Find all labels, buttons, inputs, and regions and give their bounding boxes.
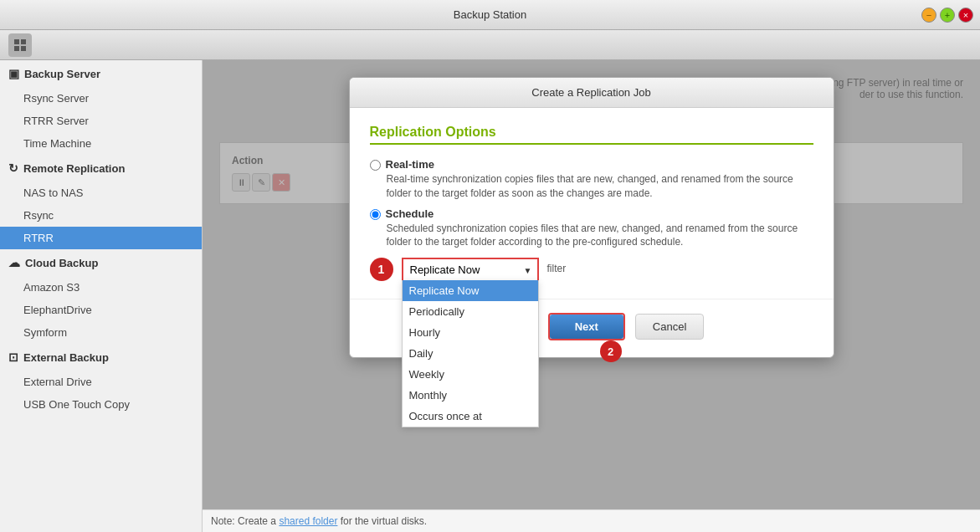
dropdown-item-hourly[interactable]: Hourly bbox=[403, 322, 538, 343]
sidebar-item-amazon-s3[interactable]: Amazon S3 bbox=[0, 276, 202, 299]
sidebar-item-usb-one-touch[interactable]: USB One Touch Copy bbox=[0, 393, 202, 416]
svg-rect-2 bbox=[14, 46, 19, 51]
filter-text: filter bbox=[547, 263, 567, 274]
backup-server-icon: ▣ bbox=[8, 67, 19, 80]
main-layout: ▣ Backup Server Rsync Server RTRR Server… bbox=[0, 60, 980, 532]
toolbar bbox=[0, 30, 980, 60]
step2-badge: 2 bbox=[600, 340, 622, 362]
sidebar-item-nas-to-nas[interactable]: NAS to NAS bbox=[0, 182, 202, 204]
schedule-label[interactable]: Schedule bbox=[370, 207, 813, 220]
real-time-desc: Real-time synchronization copies files t… bbox=[387, 172, 813, 201]
sidebar: ▣ Backup Server Rsync Server RTRR Server… bbox=[0, 60, 203, 532]
content-area: (including FTP server) in real time orde… bbox=[203, 60, 980, 532]
next-button-wrapper: Next bbox=[548, 313, 625, 340]
sidebar-item-time-machine[interactable]: Time Machine bbox=[0, 132, 202, 155]
real-time-option: Real-time Real-time synchronization copi… bbox=[370, 158, 813, 201]
note-suffix: for the virtual disks. bbox=[337, 515, 427, 527]
svg-rect-0 bbox=[14, 39, 19, 44]
dropdown-item-daily[interactable]: Daily bbox=[403, 343, 538, 364]
modal-dialog: Create a Replication Job Replication Opt… bbox=[349, 77, 834, 358]
sidebar-section-remote-replication-label: Remote Replication bbox=[23, 162, 125, 175]
sidebar-item-external-drive[interactable]: External Drive bbox=[0, 371, 202, 393]
modal-title: Create a Replication Job bbox=[531, 86, 650, 99]
svg-rect-1 bbox=[21, 39, 26, 44]
dropdown-item-weekly[interactable]: Weekly bbox=[403, 364, 538, 385]
cloud-backup-icon: ☁ bbox=[8, 256, 20, 269]
sidebar-section-remote-replication[interactable]: ↻ Remote Replication bbox=[0, 155, 202, 182]
modal-backdrop: Create a Replication Job Replication Opt… bbox=[203, 60, 980, 532]
sidebar-section-backup-server-label: Backup Server bbox=[24, 68, 100, 80]
dropdown-item-monthly[interactable]: Monthly bbox=[403, 385, 538, 406]
schedule-option: Schedule Scheduled synchronization copie… bbox=[370, 207, 813, 250]
svg-rect-3 bbox=[21, 46, 26, 51]
schedule-title: Schedule bbox=[386, 207, 434, 220]
cancel-button[interactable]: Cancel bbox=[635, 314, 704, 340]
title-bar: Backup Station − + × bbox=[0, 0, 980, 30]
note-prefix: Note: Create a bbox=[211, 515, 279, 527]
replication-options-title: Replication Options bbox=[370, 125, 813, 140]
modal-header: Create a Replication Job bbox=[350, 78, 834, 108]
schedule-desc: Scheduled synchronization copies files t… bbox=[387, 222, 813, 250]
sidebar-section-cloud-backup[interactable]: ☁ Cloud Backup bbox=[0, 249, 202, 276]
remote-replication-icon: ↻ bbox=[8, 161, 18, 175]
modal-body: Replication Options Real-time Real-time … bbox=[350, 108, 834, 299]
sidebar-item-elephant-drive[interactable]: ElephantDrive bbox=[0, 299, 202, 321]
step1-badge: 1 bbox=[370, 258, 393, 281]
minimize-button[interactable]: − bbox=[921, 8, 936, 23]
next-button[interactable]: Next bbox=[550, 315, 623, 339]
maximize-button[interactable]: + bbox=[940, 8, 955, 23]
close-button[interactable]: × bbox=[958, 8, 973, 23]
dropdown-item-periodically[interactable]: Periodically bbox=[403, 301, 538, 322]
sidebar-item-symform[interactable]: Symform bbox=[0, 321, 202, 344]
sidebar-section-external-backup[interactable]: ⊡ External Backup bbox=[0, 344, 202, 371]
window-controls: − + × bbox=[921, 8, 973, 23]
schedule-radio[interactable] bbox=[370, 209, 381, 220]
sidebar-section-cloud-backup-label: Cloud Backup bbox=[25, 257, 98, 269]
grid-icon[interactable] bbox=[8, 33, 32, 57]
sidebar-item-rtrr[interactable]: RTRR bbox=[0, 227, 202, 249]
sidebar-item-rtrr-server[interactable]: RTRR Server bbox=[0, 110, 202, 132]
sidebar-item-rsync[interactable]: Rsync bbox=[0, 204, 202, 227]
schedule-dropdown-container[interactable]: Replicate Now Periodically Hourly Daily … bbox=[402, 258, 539, 282]
note-bar: Note: Create a shared folder for the vir… bbox=[203, 509, 980, 532]
dropdown-item-occurs-once[interactable]: Occurs once at bbox=[403, 406, 538, 427]
real-time-title: Real-time bbox=[386, 158, 435, 171]
sidebar-item-rsync-server[interactable]: Rsync Server bbox=[0, 87, 202, 110]
real-time-radio[interactable] bbox=[370, 160, 381, 171]
sidebar-section-external-backup-label: External Backup bbox=[23, 351, 109, 364]
shared-folder-link[interactable]: shared folder bbox=[279, 515, 337, 527]
dropdown-item-replicate-now[interactable]: Replicate Now bbox=[403, 280, 538, 301]
dropdown-open-list: Replicate Now Periodically Hourly Daily … bbox=[402, 280, 539, 427]
app-title: Backup Station bbox=[454, 8, 526, 21]
schedule-dropdown[interactable]: Replicate Now Periodically Hourly Daily … bbox=[403, 259, 537, 280]
sidebar-section-backup-server[interactable]: ▣ Backup Server bbox=[0, 60, 202, 87]
real-time-label[interactable]: Real-time bbox=[370, 158, 813, 171]
green-divider bbox=[370, 143, 813, 145]
external-backup-icon: ⊡ bbox=[8, 350, 18, 364]
